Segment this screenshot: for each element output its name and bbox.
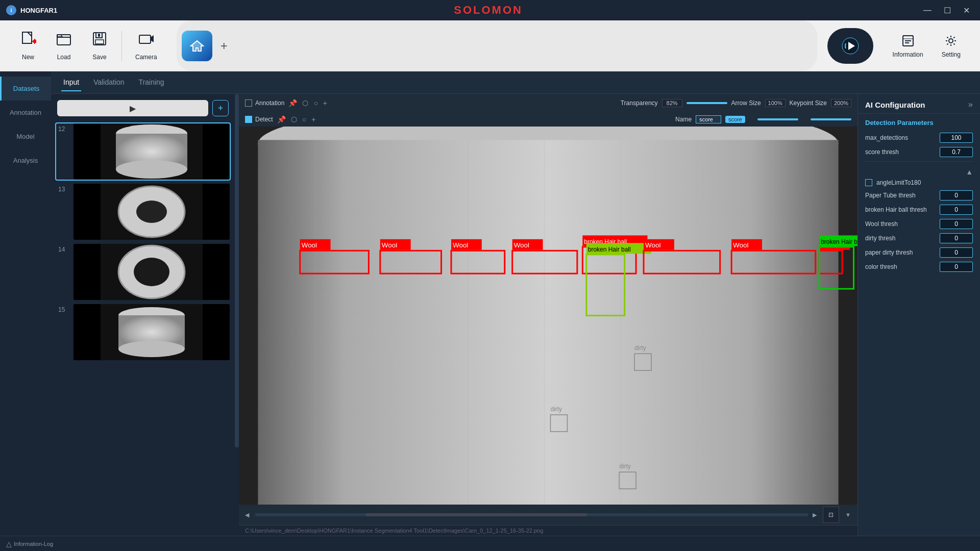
- tab-validation[interactable]: Validation: [91, 74, 126, 91]
- info-log-button[interactable]: △ Information-Log: [6, 540, 53, 548]
- app-title: SOLOMON: [454, 4, 523, 17]
- param-color-thresh: color thresh: [865, 262, 973, 272]
- svg-point-21: [949, 39, 953, 43]
- model-label: Model: [16, 133, 34, 140]
- maximize-button[interactable]: ☐: [940, 5, 955, 16]
- information-label: Information: [893, 51, 923, 58]
- dirty-thresh-input[interactable]: [940, 233, 973, 243]
- detect-hex-btn[interactable]: ⬡: [290, 114, 298, 124]
- annotation-pin-btn[interactable]: 📌: [287, 98, 298, 108]
- image-list-scrollbar[interactable]: [235, 94, 239, 536]
- new-label: New: [22, 54, 34, 61]
- play-button[interactable]: ▶: [57, 100, 208, 116]
- keypoint-size-input[interactable]: 200%: [831, 99, 851, 107]
- angle-limit-checkbox[interactable]: [865, 179, 872, 186]
- add-image-button[interactable]: +: [212, 100, 229, 116]
- image-num-15: 15: [56, 304, 71, 315]
- name-input[interactable]: [696, 115, 721, 123]
- detection-params-section: Detection Parameters max_detections scor…: [858, 114, 980, 281]
- tab-training[interactable]: Training: [137, 74, 166, 91]
- middle-panel: Input Validation Training ▶ + 12: [51, 71, 980, 536]
- scroll-left-btn[interactable]: ◀: [245, 512, 251, 518]
- annotation-hex-btn[interactable]: ⬡: [301, 98, 309, 108]
- info-log-icon: △: [6, 540, 12, 548]
- detect-pin-btn[interactable]: 📌: [276, 114, 287, 124]
- svg-marker-2: [28, 32, 32, 36]
- new-button[interactable]: New: [10, 26, 46, 66]
- score-thresh-input[interactable]: [940, 147, 973, 157]
- image-item-13[interactable]: 13: [55, 183, 231, 241]
- annotation-checkbox[interactable]: [245, 99, 252, 107]
- image-num-14: 14: [56, 244, 71, 255]
- sub-tabs: Input Validation Training: [51, 71, 980, 94]
- image-canvas: Wool Wool Wool Wool: [239, 127, 857, 505]
- param-dirty-thresh: dirty thresh: [865, 233, 973, 243]
- image-thumb-14: [74, 244, 230, 300]
- ai-config-title: AI Configuration: [865, 101, 925, 109]
- fit-view-button[interactable]: ⊡: [823, 507, 839, 523]
- svg-text:dirty: dirty: [634, 344, 646, 352]
- scroll-right-btn[interactable]: ▶: [813, 512, 819, 518]
- h-scrollbar-track[interactable]: [255, 513, 808, 516]
- tab-home[interactable]: [182, 31, 212, 61]
- image-item-15[interactable]: 15: [55, 303, 231, 361]
- annotation-circle-btn[interactable]: ○: [312, 98, 318, 108]
- paper-dirty-thresh-input[interactable]: [940, 247, 973, 258]
- detect-slider2[interactable]: [811, 118, 851, 120]
- save-button[interactable]: Save: [82, 26, 117, 66]
- detect-plus-btn[interactable]: +: [310, 114, 316, 124]
- detect-circle-btn[interactable]: ○: [301, 114, 307, 124]
- right-panel-header: AI Configuration »: [858, 94, 980, 114]
- svg-rect-10: [98, 34, 100, 37]
- sidebar-item-model[interactable]: Model: [0, 124, 51, 148]
- broken-hair-ball-thresh-input[interactable]: [940, 205, 973, 215]
- wool-thresh-input[interactable]: [940, 219, 973, 229]
- param-max-detections: max_detections: [865, 133, 973, 143]
- setting-label: Setting: [942, 51, 961, 58]
- load-icon: [56, 31, 72, 51]
- annotation-group: Annotation 📌 ⬡ ○ +: [245, 98, 328, 108]
- dirty-thresh-label: dirty thresh: [865, 235, 940, 242]
- detect-checkbox[interactable]: [245, 116, 252, 123]
- sidebar-item-analysis[interactable]: Analysis: [0, 148, 51, 172]
- arrow-size-input[interactable]: 100%: [765, 99, 786, 107]
- transparency-input[interactable]: 82%: [662, 99, 682, 107]
- detect-slider[interactable]: [757, 118, 798, 120]
- svg-text:broken Hair ball: broken Hair ball: [821, 238, 857, 245]
- svg-point-32: [134, 258, 169, 286]
- arrow-size-label: Arrow Size: [731, 99, 761, 107]
- right-panel-collapse-btn[interactable]: »: [968, 100, 973, 109]
- image-item-14[interactable]: 14: [55, 243, 231, 301]
- transparency-label: Transparency: [621, 99, 658, 107]
- run-button[interactable]: [827, 28, 873, 64]
- image-item-12[interactable]: 12: [55, 122, 231, 181]
- svg-text:Wool: Wool: [733, 241, 748, 249]
- transparency-slider[interactable]: [687, 102, 727, 104]
- image-num-12: 12: [56, 123, 71, 135]
- information-button[interactable]: Information: [884, 29, 933, 63]
- paper-tube-thresh-label: Paper Tube thresh: [865, 192, 940, 199]
- svg-text:dirty: dirty: [550, 406, 562, 413]
- color-thresh-input[interactable]: [940, 262, 973, 272]
- setting-button[interactable]: Setting: [933, 29, 970, 63]
- sidebar-item-datasets[interactable]: Datasets: [0, 77, 51, 101]
- camera-button[interactable]: Camera: [126, 26, 166, 66]
- app-info-icon: i: [6, 5, 16, 15]
- tab-input[interactable]: Input: [61, 74, 81, 91]
- param-collapse-btn[interactable]: ▲: [966, 168, 973, 176]
- max-detections-input[interactable]: [940, 133, 973, 143]
- new-icon: [20, 31, 36, 51]
- scroll-down-btn[interactable]: ▼: [845, 512, 851, 518]
- svg-rect-20: [905, 42, 909, 43]
- svg-rect-19: [905, 40, 911, 41]
- paper-tube-thresh-input[interactable]: [940, 190, 973, 201]
- tab-add-button[interactable]: +: [216, 35, 232, 57]
- close-button[interactable]: ✕: [959, 5, 974, 16]
- main-layout: Datasets Annotation Model Analysis Input…: [0, 71, 980, 536]
- content-area: ▶ + 12: [51, 94, 980, 536]
- score-badge: score: [725, 116, 745, 123]
- annotation-plus-btn[interactable]: +: [322, 98, 328, 108]
- load-button[interactable]: Load: [46, 26, 82, 66]
- minimize-button[interactable]: —: [919, 5, 936, 16]
- sidebar-item-annotation[interactable]: Annotation: [0, 101, 51, 124]
